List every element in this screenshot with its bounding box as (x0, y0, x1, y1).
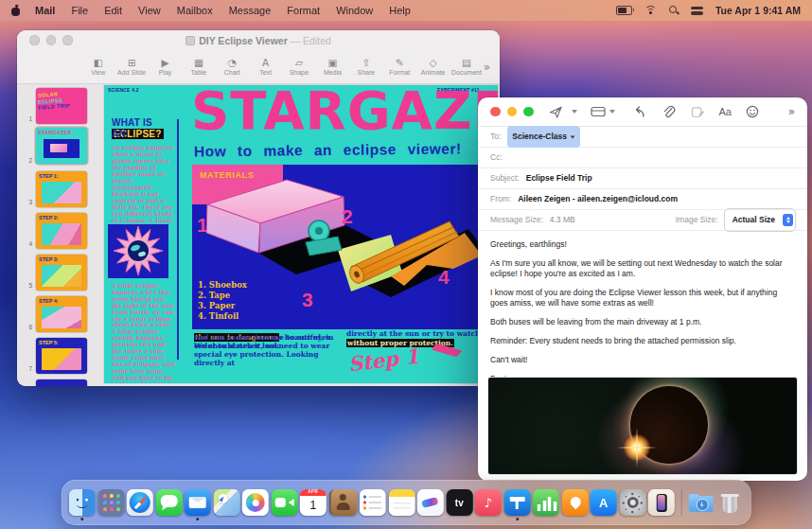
body-paragraph: Can't wait! (490, 355, 795, 365)
figure-number-2: 2 (342, 205, 353, 227)
dock-icon-safari[interactable] (127, 489, 153, 516)
dock-icon-maps[interactable] (213, 489, 239, 516)
menu-item-format[interactable]: Format (287, 5, 320, 16)
menu-item-mail[interactable]: Mail (35, 5, 55, 16)
subject-field[interactable]: Subject: Eclipse Field Trip (478, 168, 807, 189)
dock-icon-apple-tv[interactable]: tv (446, 489, 472, 516)
dock-icon-music[interactable]: ♪ (475, 489, 502, 516)
dock-icon-app-store[interactable]: A (591, 489, 617, 516)
spotlight-search-icon[interactable] (669, 6, 679, 15)
eclipse-photo-attachment[interactable] (487, 377, 798, 475)
cc-label: Cc: (490, 148, 503, 168)
minimize-button[interactable] (507, 107, 518, 117)
dock-icon-finder[interactable] (69, 489, 96, 516)
dock-icon-contacts[interactable] (328, 489, 357, 516)
view-button[interactable]: ◧View (81, 57, 115, 77)
dock-icon-calendar[interactable]: APR1 (300, 489, 327, 516)
wifi-icon[interactable] (644, 6, 657, 15)
dock-icon-system-settings[interactable] (619, 489, 645, 516)
slide-thumbnail-8[interactable]: DID YOU KNOW (36, 379, 87, 386)
apple-menu-icon[interactable] (11, 6, 20, 16)
dock-icon-trash[interactable] (716, 489, 743, 516)
materials-item: 4. Tinfoil (198, 311, 247, 322)
eclipse-diamond-flare (624, 434, 650, 461)
recipient-token[interactable]: Science-Class (507, 126, 580, 148)
image-size-dropdown[interactable]: Actual Size (724, 208, 796, 232)
warning-text-right: directly at the sun or try to watch a so… (346, 329, 486, 339)
cc-field[interactable]: Cc: (478, 148, 807, 168)
share-button[interactable]: ⇧Share (349, 57, 382, 77)
toolbar-overflow-chevron-icon[interactable]: » (484, 61, 490, 74)
to-field[interactable]: To: Science-Class (478, 127, 807, 148)
from-field[interactable]: From: Aileen Zeigen - aileen.zeigen@iclo… (478, 189, 807, 210)
message-size-label: Message Size: (490, 210, 543, 230)
dock-icon-launchpad[interactable] (97, 489, 124, 516)
slide-canvas[interactable]: SCIENCE 4.2 EXPERIMENT #11 WHAT IS AN EC… (104, 85, 498, 383)
header-fields-chevron-icon[interactable] (609, 110, 615, 114)
zoom-button[interactable] (523, 107, 534, 117)
menu-item-edit[interactable]: Edit (104, 5, 122, 16)
play-icon: ▶ (149, 57, 182, 68)
table-button[interactable]: ▦Table (182, 57, 215, 77)
media-button[interactable]: ▣Media (316, 57, 349, 77)
add-slide-button[interactable]: ⊞Add Slide (115, 57, 148, 77)
dock-icon-mail[interactable] (185, 489, 211, 516)
dock-icon-numbers[interactable] (533, 489, 559, 516)
from-value[interactable]: Aileen Zeigen - aileen.zeigen@icloud.com (518, 189, 678, 209)
dock-icon-freeform[interactable] (417, 489, 444, 516)
menu-bar-clock[interactable]: Tue Apr 1 9:41 AM (715, 5, 801, 16)
play-button[interactable]: ▶Play (149, 57, 182, 77)
chart-button[interactable]: ◔Chart (216, 57, 249, 77)
dock-separator (680, 489, 681, 516)
fonts-button[interactable]: Aa (719, 106, 732, 117)
document-proxy-icon[interactable] (185, 36, 195, 45)
slide-thumbnail-7[interactable]: STEP 5: (36, 338, 87, 374)
text-icon: A (249, 57, 282, 68)
markup-button[interactable] (691, 105, 705, 119)
shape-button[interactable]: ▱Shape (282, 57, 315, 77)
battery-icon[interactable] (616, 6, 632, 15)
send-options-chevron-icon[interactable] (572, 110, 577, 114)
subject-value[interactable]: Eclipse Field Trip (526, 168, 592, 188)
running-indicator (516, 518, 519, 520)
menu-item-help[interactable]: Help (389, 5, 411, 16)
menu-item-message[interactable]: Message (229, 5, 272, 16)
control-center-icon[interactable] (691, 7, 703, 15)
dock-icon-photos[interactable] (242, 489, 269, 516)
menu-item-window[interactable]: Window (336, 5, 373, 16)
slide-thumbnail-4[interactable]: STEP 2: (36, 213, 87, 249)
keynote-window: DIY Eclipse Viewer — Edited ◧View ⊞Add S… (17, 30, 500, 386)
menu-item-view[interactable]: View (138, 5, 161, 16)
close-button[interactable] (490, 107, 501, 117)
slide-thumbnail-3[interactable]: STEP 1: (36, 171, 87, 207)
add-slide-icon: ⊞ (115, 57, 148, 68)
toolbar-overflow-chevron-icon[interactable]: » (788, 105, 795, 118)
document-button[interactable]: ▤Document (450, 57, 483, 77)
menu-item-mailbox[interactable]: Mailbox (177, 5, 213, 16)
slide-thumbnail-2-selected[interactable]: STARGAZER (36, 128, 87, 164)
attach-file-button[interactable] (662, 105, 676, 119)
undo-button[interactable] (632, 105, 646, 118)
dock-icon-pages[interactable] (561, 489, 588, 516)
dock-icon-reminders[interactable] (360, 489, 386, 516)
message-body[interactable]: Greetings, earthlings! As I'm sure you a… (478, 231, 807, 395)
recipient-chevron-icon (571, 135, 575, 138)
slide-thumbnail-1[interactable]: SOLAR ECLIPSE FIELD TRIP (36, 88, 87, 124)
header-fields-button[interactable] (591, 105, 606, 118)
dock-icon-notes[interactable] (388, 489, 415, 516)
dock-icon-downloads-folder[interactable]: ↓ (688, 489, 715, 516)
format-button[interactable]: ✎Format (383, 57, 416, 77)
animate-button[interactable]: ◇Animate (416, 57, 450, 77)
slide-thumbnail-6[interactable]: STEP 4: (36, 296, 87, 332)
send-button[interactable] (549, 105, 563, 119)
dock-icon-messages[interactable] (155, 489, 182, 516)
menu-item-file[interactable]: File (71, 5, 88, 16)
slide-thumbnail-5[interactable]: STEP 3: (36, 255, 87, 291)
keynote-toolbar: ◧View ⊞Add Slide ▶Play ▦Table ◔Chart ATe… (17, 50, 500, 84)
emoji-button[interactable] (746, 105, 759, 118)
dock-icon-facetime[interactable] (271, 489, 297, 516)
stepper-icon (783, 214, 793, 226)
text-button[interactable]: AText (249, 57, 282, 77)
dock-icon-keynote[interactable] (503, 489, 530, 516)
dock-icon-iphone-mirroring[interactable] (648, 489, 675, 516)
